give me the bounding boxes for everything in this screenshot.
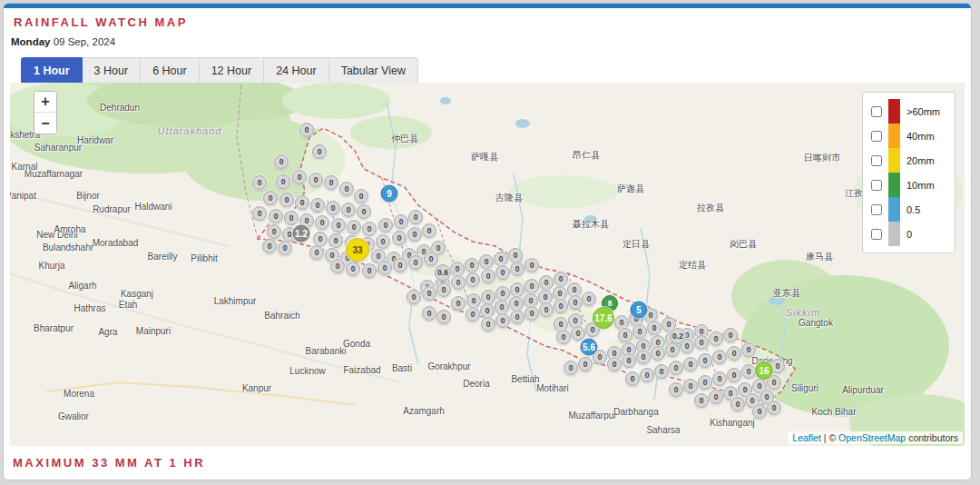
rain-station-marker[interactable]: 0 <box>554 299 568 313</box>
rain-station-marker[interactable]: 0 <box>709 332 723 346</box>
rain-station-marker[interactable]: 0 <box>408 255 423 270</box>
rain-station-marker[interactable]: 0 <box>408 210 423 224</box>
rain-station-marker[interactable]: 0 <box>407 227 422 242</box>
rain-station-marker[interactable]: 0 <box>582 292 596 306</box>
rain-station-marker[interactable]: 1.2 <box>293 225 310 242</box>
rain-station-marker[interactable]: 0 <box>618 328 632 342</box>
rain-station-marker[interactable]: 0 <box>451 275 466 290</box>
rain-station-marker[interactable]: 0 <box>326 201 340 215</box>
rain-station-marker[interactable]: 0 <box>328 233 343 248</box>
rain-station-marker[interactable]: 0 <box>450 262 465 276</box>
rain-station-marker[interactable]: 0 <box>654 364 669 379</box>
rain-station-marker[interactable]: 0 <box>252 175 267 190</box>
rain-station-marker[interactable]: 0 <box>698 375 712 390</box>
rain-station-marker[interactable]: 0 <box>274 154 289 169</box>
rain-station-marker[interactable]: 0 <box>465 258 479 272</box>
rain-station-marker[interactable]: 0 <box>571 326 585 341</box>
rain-station-marker[interactable]: 0 <box>694 393 709 408</box>
rain-station-marker[interactable]: 0 <box>741 342 756 357</box>
rain-station-marker[interactable]: 0 <box>625 371 640 386</box>
rain-station-marker[interactable]: 0 <box>284 211 299 225</box>
rain-station-marker[interactable]: 0 <box>524 258 539 272</box>
rain-station-marker[interactable]: 0 <box>767 401 781 415</box>
rain-station-marker[interactable]: 0 <box>539 302 554 317</box>
rain-station-marker[interactable]: 0 <box>524 279 539 293</box>
rain-station-marker[interactable]: 17.6 <box>593 307 614 329</box>
rain-station-marker[interactable]: 0 <box>315 215 329 230</box>
rain-station-marker[interactable]: 0 <box>451 296 466 311</box>
tab-1-hour[interactable]: 1 Hour <box>21 57 83 84</box>
rainfall-map[interactable]: DehradunKurukshetraHaridwarSaharanpurMuz… <box>10 83 965 446</box>
rain-station-marker[interactable]: 0 <box>651 346 665 361</box>
rain-station-marker[interactable]: 0 <box>309 245 324 260</box>
rain-station-marker[interactable]: 0 <box>376 234 390 249</box>
legend-checkbox-20mm[interactable] <box>871 155 882 166</box>
rain-station-marker[interactable]: 0 <box>378 218 393 233</box>
rain-station-marker[interactable]: 0 <box>422 223 436 238</box>
rain-station-marker[interactable]: 0 <box>466 272 480 287</box>
rain-station-marker[interactable]: 0 <box>730 397 745 411</box>
rain-station-marker[interactable]: 0 <box>495 313 510 328</box>
rain-station-marker[interactable]: 0 <box>299 123 314 137</box>
rain-station-marker[interactable]: 0 <box>539 275 554 290</box>
rain-station-marker[interactable]: 0 <box>632 324 647 339</box>
rain-station-marker[interactable]: 0.6 <box>435 264 451 281</box>
rain-station-marker[interactable]: 0 <box>354 189 368 203</box>
rain-station-marker[interactable]: 0.2 <box>670 328 686 344</box>
rain-station-marker[interactable]: 0 <box>269 209 283 223</box>
rain-station-marker[interactable]: 0 <box>295 195 309 210</box>
rain-station-marker[interactable]: 0 <box>640 368 654 382</box>
rain-station-marker[interactable]: 0 <box>508 248 523 262</box>
rain-station-marker[interactable]: 0 <box>741 364 756 379</box>
rain-station-marker[interactable]: 0 <box>712 350 727 364</box>
rain-station-marker[interactable]: 0 <box>709 390 723 404</box>
rain-station-marker[interactable]: 0 <box>424 252 438 266</box>
rain-station-marker[interactable]: 0 <box>510 262 524 276</box>
tab-6-hour[interactable]: 6 Hour <box>141 57 200 84</box>
rain-station-marker[interactable]: 0 <box>494 252 508 266</box>
rain-station-marker[interactable]: 0 <box>481 290 495 304</box>
zoom-in-button[interactable]: + <box>34 92 56 113</box>
rain-station-marker[interactable]: 0 <box>278 241 292 255</box>
rain-station-marker[interactable]: 0 <box>466 293 481 308</box>
rain-station-marker[interactable]: 0 <box>636 350 651 364</box>
rain-station-marker[interactable]: 5.6 <box>581 339 598 356</box>
rain-station-marker[interactable]: 0 <box>481 317 495 332</box>
legend-checkbox-40mm[interactable] <box>871 131 882 142</box>
rain-station-marker[interactable]: 0 <box>279 193 294 207</box>
rain-station-marker[interactable]: 0 <box>481 269 495 283</box>
openstreetmap-link[interactable]: OpenStreetMap <box>838 432 906 443</box>
rain-station-marker[interactable]: 0 <box>683 357 698 371</box>
rain-station-marker[interactable]: 5 <box>631 302 648 319</box>
rain-station-marker[interactable]: 0 <box>723 328 738 342</box>
rain-station-marker[interactable]: 0 <box>727 346 741 361</box>
rain-station-marker[interactable]: 0 <box>622 353 636 368</box>
tab-12-hour[interactable]: 12 Hour <box>200 57 264 84</box>
rain-station-marker[interactable]: 0 <box>392 231 407 245</box>
rain-station-marker[interactable]: 0 <box>252 206 267 221</box>
rain-station-marker[interactable]: 0 <box>436 310 451 324</box>
rain-station-marker[interactable]: 0 <box>564 361 578 375</box>
rain-station-marker[interactable]: 9 <box>381 185 398 203</box>
rain-station-marker[interactable]: 0 <box>331 218 346 233</box>
rain-station-marker[interactable]: 0 <box>347 220 361 234</box>
rain-station-marker[interactable]: 0 <box>495 286 510 301</box>
rain-station-marker[interactable]: 0 <box>554 272 568 286</box>
rain-station-marker[interactable]: 0 <box>407 290 421 304</box>
leaflet-link[interactable]: Leaflet <box>792 432 821 443</box>
rain-station-marker[interactable]: 0 <box>665 342 680 357</box>
rain-station-marker[interactable]: 0 <box>712 371 727 386</box>
rain-station-marker[interactable]: 0 <box>357 204 371 219</box>
rain-station-marker[interactable]: 0 <box>262 239 277 253</box>
rain-station-marker[interactable]: 0 <box>276 174 290 189</box>
rain-station-marker[interactable]: 0 <box>479 254 494 269</box>
rain-station-marker[interactable]: 0 <box>495 265 510 280</box>
rain-station-marker[interactable]: 33 <box>346 238 369 262</box>
legend-checkbox-10mm[interactable] <box>871 180 882 191</box>
rain-station-marker[interactable]: 0 <box>556 330 571 344</box>
rain-station-marker[interactable]: 0 <box>422 286 436 301</box>
rain-station-marker[interactable]: 0 <box>669 361 683 375</box>
tab-3-hour[interactable]: 3 Hour <box>83 57 142 84</box>
rain-station-marker[interactable]: 0 <box>393 258 407 272</box>
legend-checkbox-60mm[interactable] <box>871 106 882 117</box>
